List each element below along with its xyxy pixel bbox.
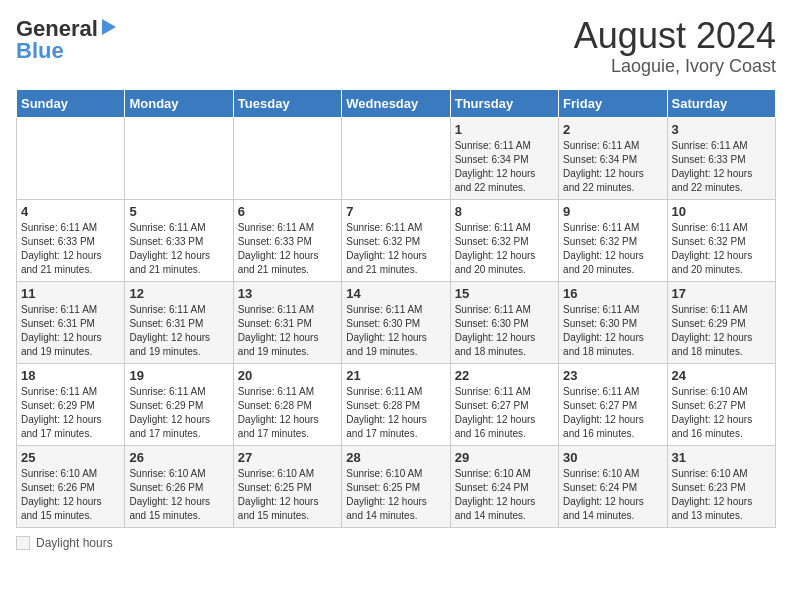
day-info: Sunrise: 6:11 AMSunset: 6:29 PMDaylight:… (129, 385, 228, 441)
calendar-cell: 31Sunrise: 6:10 AMSunset: 6:23 PMDayligh… (667, 445, 775, 527)
day-info: Sunrise: 6:11 AMSunset: 6:30 PMDaylight:… (455, 303, 554, 359)
calendar-cell: 26Sunrise: 6:10 AMSunset: 6:26 PMDayligh… (125, 445, 233, 527)
logo: General Blue (16, 16, 118, 64)
calendar-cell: 2Sunrise: 6:11 AMSunset: 6:34 PMDaylight… (559, 117, 667, 199)
day-info: Sunrise: 6:11 AMSunset: 6:28 PMDaylight:… (238, 385, 337, 441)
calendar-cell: 3Sunrise: 6:11 AMSunset: 6:33 PMDaylight… (667, 117, 775, 199)
day-number: 13 (238, 286, 337, 301)
weekday-header: Sunday (17, 89, 125, 117)
page-subtitle: Laoguie, Ivory Coast (574, 56, 776, 77)
day-info: Sunrise: 6:11 AMSunset: 6:27 PMDaylight:… (563, 385, 662, 441)
day-info: Sunrise: 6:11 AMSunset: 6:34 PMDaylight:… (563, 139, 662, 195)
calendar-cell: 30Sunrise: 6:10 AMSunset: 6:24 PMDayligh… (559, 445, 667, 527)
calendar-cell: 18Sunrise: 6:11 AMSunset: 6:29 PMDayligh… (17, 363, 125, 445)
day-info: Sunrise: 6:11 AMSunset: 6:29 PMDaylight:… (21, 385, 120, 441)
day-number: 28 (346, 450, 445, 465)
day-info: Sunrise: 6:11 AMSunset: 6:33 PMDaylight:… (129, 221, 228, 277)
day-number: 29 (455, 450, 554, 465)
calendar-cell: 17Sunrise: 6:11 AMSunset: 6:29 PMDayligh… (667, 281, 775, 363)
calendar-week-row: 1Sunrise: 6:11 AMSunset: 6:34 PMDaylight… (17, 117, 776, 199)
calendar-cell: 20Sunrise: 6:11 AMSunset: 6:28 PMDayligh… (233, 363, 341, 445)
calendar-week-row: 18Sunrise: 6:11 AMSunset: 6:29 PMDayligh… (17, 363, 776, 445)
weekday-header: Tuesday (233, 89, 341, 117)
day-info: Sunrise: 6:11 AMSunset: 6:30 PMDaylight:… (563, 303, 662, 359)
svg-marker-0 (102, 19, 116, 35)
calendar-cell: 16Sunrise: 6:11 AMSunset: 6:30 PMDayligh… (559, 281, 667, 363)
day-number: 27 (238, 450, 337, 465)
day-info: Sunrise: 6:11 AMSunset: 6:28 PMDaylight:… (346, 385, 445, 441)
day-number: 25 (21, 450, 120, 465)
calendar-cell (233, 117, 341, 199)
day-number: 5 (129, 204, 228, 219)
day-info: Sunrise: 6:11 AMSunset: 6:31 PMDaylight:… (21, 303, 120, 359)
day-number: 4 (21, 204, 120, 219)
calendar-cell: 23Sunrise: 6:11 AMSunset: 6:27 PMDayligh… (559, 363, 667, 445)
calendar-table: SundayMondayTuesdayWednesdayThursdayFrid… (16, 89, 776, 528)
calendar-cell: 13Sunrise: 6:11 AMSunset: 6:31 PMDayligh… (233, 281, 341, 363)
page-header: General Blue August 2024 Laoguie, Ivory … (16, 16, 776, 77)
day-number: 26 (129, 450, 228, 465)
calendar-cell: 9Sunrise: 6:11 AMSunset: 6:32 PMDaylight… (559, 199, 667, 281)
calendar-cell: 1Sunrise: 6:11 AMSunset: 6:34 PMDaylight… (450, 117, 558, 199)
calendar-week-row: 4Sunrise: 6:11 AMSunset: 6:33 PMDaylight… (17, 199, 776, 281)
day-number: 21 (346, 368, 445, 383)
day-number: 16 (563, 286, 662, 301)
calendar-cell: 7Sunrise: 6:11 AMSunset: 6:32 PMDaylight… (342, 199, 450, 281)
day-number: 17 (672, 286, 771, 301)
day-number: 3 (672, 122, 771, 137)
calendar-cell: 21Sunrise: 6:11 AMSunset: 6:28 PMDayligh… (342, 363, 450, 445)
day-number: 23 (563, 368, 662, 383)
day-number: 30 (563, 450, 662, 465)
weekday-header-row: SundayMondayTuesdayWednesdayThursdayFrid… (17, 89, 776, 117)
day-info: Sunrise: 6:11 AMSunset: 6:32 PMDaylight:… (346, 221, 445, 277)
weekday-header: Monday (125, 89, 233, 117)
day-number: 31 (672, 450, 771, 465)
legend-swatch (16, 536, 30, 550)
calendar-cell: 27Sunrise: 6:10 AMSunset: 6:25 PMDayligh… (233, 445, 341, 527)
day-number: 14 (346, 286, 445, 301)
day-number: 7 (346, 204, 445, 219)
calendar-cell (125, 117, 233, 199)
calendar-cell: 29Sunrise: 6:10 AMSunset: 6:24 PMDayligh… (450, 445, 558, 527)
calendar-cell: 10Sunrise: 6:11 AMSunset: 6:32 PMDayligh… (667, 199, 775, 281)
day-number: 6 (238, 204, 337, 219)
title-block: August 2024 Laoguie, Ivory Coast (574, 16, 776, 77)
day-info: Sunrise: 6:11 AMSunset: 6:33 PMDaylight:… (21, 221, 120, 277)
day-info: Sunrise: 6:11 AMSunset: 6:33 PMDaylight:… (238, 221, 337, 277)
day-info: Sunrise: 6:10 AMSunset: 6:24 PMDaylight:… (563, 467, 662, 523)
page-title: August 2024 (574, 16, 776, 56)
day-number: 19 (129, 368, 228, 383)
calendar-cell: 15Sunrise: 6:11 AMSunset: 6:30 PMDayligh… (450, 281, 558, 363)
day-number: 10 (672, 204, 771, 219)
day-info: Sunrise: 6:10 AMSunset: 6:24 PMDaylight:… (455, 467, 554, 523)
day-number: 24 (672, 368, 771, 383)
weekday-header: Thursday (450, 89, 558, 117)
calendar-week-row: 25Sunrise: 6:10 AMSunset: 6:26 PMDayligh… (17, 445, 776, 527)
day-info: Sunrise: 6:10 AMSunset: 6:26 PMDaylight:… (129, 467, 228, 523)
day-info: Sunrise: 6:11 AMSunset: 6:31 PMDaylight:… (129, 303, 228, 359)
calendar-cell: 11Sunrise: 6:11 AMSunset: 6:31 PMDayligh… (17, 281, 125, 363)
day-info: Sunrise: 6:11 AMSunset: 6:30 PMDaylight:… (346, 303, 445, 359)
day-info: Sunrise: 6:10 AMSunset: 6:27 PMDaylight:… (672, 385, 771, 441)
day-number: 20 (238, 368, 337, 383)
calendar-week-row: 11Sunrise: 6:11 AMSunset: 6:31 PMDayligh… (17, 281, 776, 363)
day-info: Sunrise: 6:11 AMSunset: 6:32 PMDaylight:… (672, 221, 771, 277)
day-info: Sunrise: 6:11 AMSunset: 6:32 PMDaylight:… (563, 221, 662, 277)
calendar-body: 1Sunrise: 6:11 AMSunset: 6:34 PMDaylight… (17, 117, 776, 527)
calendar-cell: 14Sunrise: 6:11 AMSunset: 6:30 PMDayligh… (342, 281, 450, 363)
calendar-header: SundayMondayTuesdayWednesdayThursdayFrid… (17, 89, 776, 117)
weekday-header: Saturday (667, 89, 775, 117)
legend-label: Daylight hours (36, 536, 113, 550)
weekday-header: Friday (559, 89, 667, 117)
day-number: 18 (21, 368, 120, 383)
calendar-cell: 22Sunrise: 6:11 AMSunset: 6:27 PMDayligh… (450, 363, 558, 445)
logo-blue-text: Blue (16, 38, 64, 64)
calendar-cell: 25Sunrise: 6:10 AMSunset: 6:26 PMDayligh… (17, 445, 125, 527)
day-info: Sunrise: 6:11 AMSunset: 6:27 PMDaylight:… (455, 385, 554, 441)
day-info: Sunrise: 6:11 AMSunset: 6:34 PMDaylight:… (455, 139, 554, 195)
day-info: Sunrise: 6:10 AMSunset: 6:26 PMDaylight:… (21, 467, 120, 523)
day-number: 9 (563, 204, 662, 219)
day-info: Sunrise: 6:11 AMSunset: 6:33 PMDaylight:… (672, 139, 771, 195)
calendar-cell (342, 117, 450, 199)
day-number: 15 (455, 286, 554, 301)
